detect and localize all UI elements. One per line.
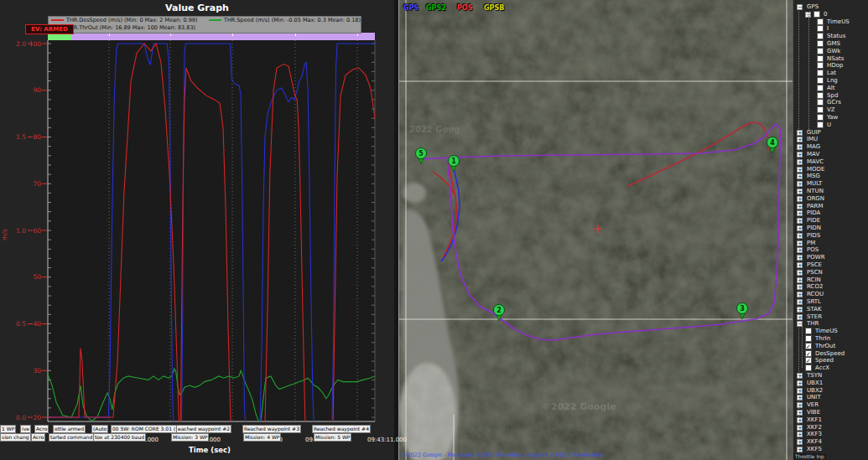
expand-icon[interactable]: + [797,439,803,445]
checkbox-speed[interactable]: ✓ [805,357,812,364]
expand-icon[interactable]: + [797,277,803,283]
tree-node-label[interactable]: Status [827,33,845,40]
tree-node-label[interactable]: GPS [807,3,819,11]
expand-icon[interactable]: + [797,181,803,187]
expand-icon[interactable]: + [797,395,803,401]
tree-node-label[interactable]: I [827,25,829,33]
expand-icon[interactable]: + [797,137,803,142]
map-layer-toggle-gps2[interactable]: GPS2 [426,4,446,12]
checkbox-accx[interactable] [805,364,812,371]
expand-icon[interactable]: + [797,270,803,276]
tree-node-label[interactable]: POS [807,246,819,254]
tree-node-label[interactable]: UBX2 [807,387,823,395]
tree-node-label[interactable]: TimeUS [815,328,838,335]
checkbox-gwk[interactable] [817,48,824,54]
map-layer-toggle-gps[interactable]: GPS [403,4,418,12]
checkbox-status[interactable] [817,33,824,39]
tree-node-label[interactable]: SRTL [807,298,821,306]
tree-node-label[interactable]: MSG [807,173,820,180]
tree-node-label[interactable]: Spd [827,92,838,100]
expand-icon[interactable]: + [797,425,803,431]
tree-node-label[interactable]: XKF5 [807,446,822,453]
checkbox-throut[interactable]: ✓ [805,343,812,349]
expand-icon[interactable]: + [797,225,803,231]
tree-node-label[interactable]: TimeUS [827,18,850,26]
expand-icon[interactable]: + [797,380,803,386]
tree-node-label[interactable]: MULT [807,180,822,188]
checkbox-thrin[interactable] [805,335,812,342]
expand-icon[interactable]: + [797,159,803,165]
tree-node-label[interactable]: XKF4 [807,438,822,446]
tree-node-label[interactable]: VZ [827,106,835,114]
checkbox-yaw[interactable] [817,114,824,121]
expand-icon[interactable]: + [797,130,803,136]
tree-node-label[interactable]: ThrOut [815,343,835,350]
tree-node-label[interactable]: MODE [807,166,824,173]
expand-icon[interactable]: + [797,204,803,209]
expand-icon[interactable]: + [797,307,803,313]
checkbox-hdop[interactable] [817,62,824,69]
tree-node-label[interactable]: UBX1 [807,380,823,387]
expand-icon[interactable]: + [797,447,803,452]
tree-node-label[interactable]: Lng [827,77,838,85]
checkbox-lng[interactable] [817,77,824,84]
tree-node-label[interactable]: VER [807,401,819,409]
checkbox-vz[interactable] [817,106,824,113]
tree-node-label[interactable]: HDop [827,62,843,70]
tree-node-label[interactable]: PIDN [807,225,821,232]
expand-icon[interactable]: + [797,173,803,179]
checkbox-spd[interactable] [817,92,824,99]
expand-icon[interactable]: + [797,299,803,305]
map-layer-toggle-pos[interactable]: POS [457,4,472,12]
tree-node-label[interactable]: DesSpeed [815,350,845,358]
expand-icon[interactable]: + [797,218,803,224]
tree-node-label[interactable]: U [827,121,831,129]
checkbox-timeus[interactable] [817,18,824,25]
value-graph-plot[interactable]: 10090807060504030202.01.51.00.50.0m/s [0,0,394,460]
expand-icon[interactable]: + [797,152,803,158]
expand-icon[interactable]: + [797,284,803,290]
expand-icon[interactable]: + [797,167,803,173]
checkbox-i[interactable] [817,25,824,32]
tree-node-label[interactable]: Speed [815,357,834,364]
expand-icon[interactable]: + [797,262,803,268]
checkbox-gms[interactable] [817,40,824,47]
tree-node-label[interactable]: RCIN [807,277,821,284]
map-canvas[interactable]: 2022 Goog©2022 Google12345 [399,0,793,460]
tree-node-label[interactable]: ORGN [807,195,824,203]
expand-icon[interactable]: + [797,432,803,437]
expand-icon[interactable]: + [797,255,803,261]
checkbox-gcrs[interactable] [817,99,824,106]
tree-node-label[interactable]: PIDA [807,209,820,217]
tree-node-label[interactable]: MAG [807,143,820,151]
checkbox-0[interactable] [813,11,820,18]
tree-node-label[interactable]: PSCE [807,261,822,269]
tree-node-label[interactable]: RCO2 [807,283,823,291]
expand-icon[interactable]: + [797,196,803,202]
map-panel[interactable]: 2022 Goog©2022 Google12345 GPSGPS2POSGPS… [398,0,793,460]
tree-node-label[interactable]: MAV [807,151,819,158]
tree-node-label[interactable]: GCrs [827,99,841,106]
expand-icon[interactable]: + [797,388,803,394]
checkbox-desspeed[interactable]: ✓ [805,350,812,357]
tree-node-label[interactable]: AccX [815,364,829,372]
tree-node-label[interactable]: STAK [807,306,822,313]
tree-node-label[interactable]: POWR [807,254,825,261]
tree-node-label[interactable]: PSCN [807,269,823,277]
checkbox-lat[interactable] [817,70,824,76]
collapse-icon[interactable]: − [797,4,803,10]
tree-node-label[interactable]: Yaw [827,114,838,121]
expand-icon[interactable]: + [797,314,803,320]
expand-icon[interactable]: + [797,402,803,408]
tree-node-label[interactable]: RCOU [807,291,824,298]
expand-icon[interactable]: + [797,233,803,239]
tree-node-label[interactable]: NTUN [807,188,824,195]
tree-node-label[interactable]: Lat [827,70,836,77]
tree-node-label[interactable]: TSYN [807,372,822,380]
log-message-tree[interactable]: −GPS−0TimeUSIStatusGMSGWkNSatsHDopLatLng… [793,0,868,460]
tree-node-label[interactable]: VIBE [807,409,820,416]
expand-icon[interactable]: + [797,210,803,216]
tree-node-label[interactable]: 0 [824,11,827,18]
checkbox-nsats[interactable] [817,55,824,62]
tree-node-label[interactable]: GMS [827,40,840,48]
